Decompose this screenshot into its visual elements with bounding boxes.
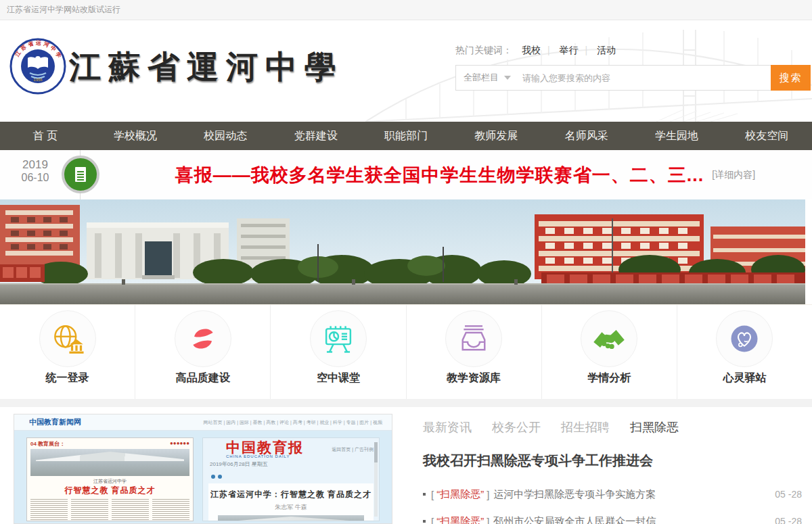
presentation-board-icon: [310, 310, 367, 367]
news-item-tag: “扫黑除恶”: [436, 515, 484, 524]
newspaper-small-title: 江苏省运河中学: [30, 478, 189, 485]
service-label: 学情分析: [542, 371, 677, 385]
nav-item-student-garden[interactable]: 学生园地: [631, 122, 721, 150]
service-mind-station[interactable]: 心灵驿站: [677, 305, 812, 399]
ticker-more-link[interactable]: [详细内容]: [712, 169, 755, 181]
search-category-select[interactable]: 全部栏目: [456, 72, 518, 84]
news-item-date: 05 -28: [775, 489, 802, 500]
masthead-title: 中国教育报: [226, 441, 304, 454]
header: 江苏省运河中学 1956 江蘇省運河中學 热门关键词： 我校| 举行| 活动 全…: [0, 20, 812, 122]
news-tabs: 最新资讯 校务公开 招生招聘 扫黑除恶: [423, 419, 802, 435]
service-label: 高品质建设: [135, 371, 270, 385]
campus-panorama-photo: [0, 199, 812, 304]
globe-bank-icon: [39, 310, 96, 367]
tab-school-affairs[interactable]: 校务公开: [492, 419, 541, 435]
tab-latest-news[interactable]: 最新资讯: [423, 419, 472, 435]
tab-recruitment[interactable]: 招生招聘: [561, 419, 610, 435]
school-emblem-logo: 江苏省运河中学 1956: [9, 38, 66, 95]
service-label: 统一登录: [0, 371, 135, 385]
bottom-section: 中国教育新闻网 网站首页 | 国内 | 国际 | 基教 | 高教 | 评论 | …: [0, 399, 812, 524]
news-item-date: 05 -28: [775, 516, 802, 524]
share-icons: [203, 468, 379, 481]
search-button[interactable]: 搜索: [771, 65, 811, 91]
hot-keywords: 热门关键词： 我校| 举行| 活动: [455, 45, 623, 57]
paper-article-authors: 朱志军 牛森: [208, 503, 374, 512]
main-nav: 首 页 学校概况 校园动态 党群建设 职能部门 教师发展 名师风采 学生园地 校…: [0, 122, 812, 150]
news-document-icon: [62, 156, 99, 193]
service-shortcuts: 统一登录 高品质建设: [0, 304, 812, 399]
paper-article-title: 江苏省运河中学：行智慧之教 育品质之才: [208, 489, 374, 500]
service-unified-login[interactable]: 统一登录: [0, 305, 135, 399]
nav-item-school-overview[interactable]: 学校概况: [90, 122, 180, 150]
hot-keyword-link[interactable]: 我校: [522, 45, 541, 55]
nav-item-home[interactable]: 首 页: [0, 122, 90, 150]
swirl-icon: [175, 310, 231, 367]
news-list: [ “扫黑除恶” ] 运河中学扫黑除恶专项斗争实施方案 05 -28 [ “扫黑…: [423, 481, 802, 524]
tab-anti-crime[interactable]: 扫黑除恶: [630, 419, 679, 435]
ticker-headline-link[interactable]: 喜报——我校多名学生获全国中学生生物学联赛省一、二、三...: [175, 163, 704, 187]
edu-news-site-nav: 网站首页 | 国内 | 国际 | 基教 | 高教 | 评论 | 高考 | 考研 …: [204, 419, 383, 426]
notice-text: 江苏省运河中学网站改版试运行: [7, 5, 120, 14]
education-daily-thumbnail[interactable]: 中国教育新闻网 网站首页 | 国内 | 国际 | 基教 | 高教 | 评论 | …: [14, 414, 392, 524]
edu-news-site-name: 中国教育新闻网: [29, 417, 81, 427]
newspaper-page-thumbnail: 04 教育展台： ●●●●●● 江苏省运河中学 行智慧之教 育品质之才: [26, 437, 194, 521]
stethoscope-heart-icon: [716, 310, 773, 367]
nav-item-party-building[interactable]: 党群建设: [271, 122, 361, 150]
newspaper-page-label: 04 教育展台：: [30, 440, 65, 448]
service-air-classroom[interactable]: 空中课堂: [270, 305, 405, 399]
hot-keywords-label: 热门关键词：: [455, 45, 512, 55]
news-list-item[interactable]: [ “扫黑除恶” ] 运河中学扫黑除恶专项斗争实施方案 05 -28: [423, 481, 802, 508]
service-label: 空中课堂: [271, 371, 405, 385]
school-name-title: 江蘇省運河中學: [69, 46, 344, 89]
paper-article-photo: [218, 515, 364, 521]
service-label: 心灵驿站: [677, 371, 812, 385]
service-label: 教学资源库: [407, 371, 541, 385]
news-item-tag: “扫黑除恶”: [436, 488, 484, 501]
news-ticker: 2019 06-10 喜报——我校多名学生获全国中学生生物学联赛省一、二、三..…: [0, 150, 812, 199]
news-featured-headline[interactable]: 我校召开扫黑除恶专项斗争工作推进会: [423, 452, 802, 470]
ticker-date: 2019 06-10: [14, 158, 57, 184]
newspaper-photo: [30, 449, 189, 476]
masthead-links: 返回首页 | 广告刊例: [332, 446, 374, 453]
bullet-icon: [423, 520, 426, 523]
service-high-quality[interactable]: 高品质建设: [135, 305, 270, 399]
newspaper-red-title: 行智慧之教 育品质之才: [30, 485, 189, 496]
education-daily-webpage: 中国教育报 CHINA EDUCATION DAILY 返回首页 | 广告刊例 …: [202, 437, 380, 521]
thumbnail-scrollbar: [374, 442, 378, 517]
notice-bar: 江苏省运河中学网站改版试运行: [0, 0, 812, 20]
service-teaching-resources[interactable]: 教学资源库: [406, 305, 541, 399]
campus-photo-scene: [0, 199, 805, 304]
service-learning-analysis[interactable]: 学情分析: [541, 305, 677, 399]
archive-inbox-icon: [445, 310, 502, 367]
paper-dateline: 2019年06月28日 星期五: [203, 458, 379, 468]
hot-keyword-link[interactable]: 活动: [597, 45, 616, 55]
search-bar: 全部栏目 搜索: [455, 65, 811, 91]
news-item-title: 邳州市公安局致全市人民群众一封信: [493, 515, 656, 524]
news-list-item[interactable]: [ “扫黑除恶” ] 邳州市公安局致全市人民群众一封信 05 -28: [423, 508, 802, 524]
handshake-icon: [581, 310, 637, 367]
news-panel: 最新资讯 校务公开 招生招聘 扫黑除恶 我校召开扫黑除恶专项斗争工作推进会 [ …: [423, 419, 802, 524]
hot-keyword-link[interactable]: 举行: [559, 45, 578, 55]
bullet-icon: [423, 493, 426, 496]
nav-item-campus-news[interactable]: 校园动态: [181, 122, 271, 150]
logo-year: 1956: [33, 78, 43, 82]
search-input[interactable]: [518, 73, 771, 83]
nav-item-famous-teachers[interactable]: 名师风采: [541, 122, 631, 150]
nav-item-alumni[interactable]: 校友空间: [722, 122, 812, 150]
chevron-down-icon: [504, 76, 511, 80]
page: 江苏省运河中学网站改版试运行: [0, 0, 812, 524]
news-item-title: 运河中学扫黑除恶专项斗争实施方案: [493, 488, 656, 501]
nav-item-departments[interactable]: 职能部门: [361, 122, 451, 150]
nav-item-teacher-development[interactable]: 教师发展: [451, 122, 541, 150]
